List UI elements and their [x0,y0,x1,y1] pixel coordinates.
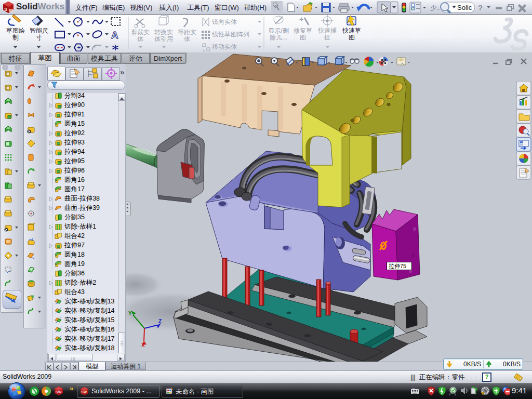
svg-text:寸: 寸 [36,34,42,41]
svg-text:快速捕: 快速捕 [317,27,337,34]
svg-text:Solic: Solic [457,4,472,11]
svg-text:捉: 捉 [324,34,330,41]
svg-text:体: 体 [137,35,143,43]
svg-text:剪裁实: 剪裁实 [131,29,150,36]
svg-text:移动实体: 移动实体 [212,43,237,50]
svg-text:W: W [9,8,14,13]
svg-text:S: S [4,7,7,12]
svg-text:草图绘: 草图绘 [6,27,25,34]
svg-text:?: ? [478,3,483,12]
svg-text:图: 图 [300,34,306,41]
svg-text:除几...: 除几... [270,34,287,41]
svg-text:SW: SW [81,390,87,394]
svg-text:体: 体 [184,35,190,43]
svg-text:显示/删: 显示/删 [268,27,288,34]
svg-text:SW: SW [56,390,62,394]
svg-text:key: key [413,388,415,390]
svg-text:快速草: 快速草 [342,27,361,34]
svg-text:镜向实体: 镜向实体 [211,18,237,25]
svg-text:X: X [141,342,145,348]
svg-text:Y: Y [128,311,132,316]
svg-text:少..: 少.. [430,4,440,11]
svg-text:Z: Z [158,318,162,324]
svg-text:制: 制 [12,34,19,41]
svg-text:转换实: 转换实 [154,29,173,36]
svg-text:+: + [299,15,303,23]
svg-text:等距实: 等距实 [178,29,196,36]
svg-text:体引用: 体引用 [154,35,173,43]
svg-text:图: 图 [349,34,355,41]
svg-text:线性草图阵列: 线性草图阵列 [212,31,249,38]
svg-text:!: ! [482,393,483,395]
svg-text:智能尺: 智能尺 [30,27,48,34]
svg-text:修复草: 修复草 [294,27,312,34]
svg-text:A: A [111,30,118,41]
